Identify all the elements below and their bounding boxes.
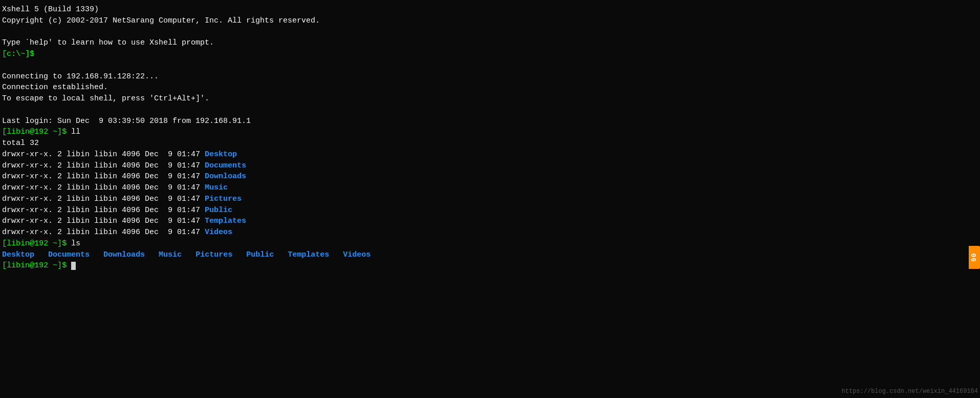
prompt-libin-final: [libin@192 ~]$ [2,261,67,270]
help-hint-line: Type `help' to learn how to use Xshell p… [2,37,978,49]
dir-music-name: Music [205,183,228,192]
dir-public-prefix: drwxr-xr-x. 2 libin libin 4096 Dec 9 01:… [2,206,205,215]
dir-templates-name: Templates [205,217,246,225]
ls-desktop: Desktop [2,250,34,259]
dir-downloads-prefix: drwxr-xr-x. 2 libin libin 4096 Dec 9 01:… [2,172,205,181]
total-line: total 32 [2,138,978,149]
dir-documents-line: drwxr-xr-x. 2 libin libin 4096 Dec 9 01:… [2,160,978,172]
ls-output-line: Desktop Documents Downloads Music Pictur… [2,249,978,261]
dir-templates-line: drwxr-xr-x. 2 libin libin 4096 Dec 9 01:… [2,216,978,227]
ls-sep2 [90,250,103,259]
dir-videos-prefix: drwxr-xr-x. 2 libin libin 4096 Dec 9 01:… [2,228,205,237]
ls-sep1 [34,250,48,259]
dir-videos-line: drwxr-xr-x. 2 libin libin 4096 Dec 9 01:… [2,227,978,238]
dir-music-prefix: drwxr-xr-x. 2 libin libin 4096 Dec 9 01:… [2,183,205,192]
ls-documents: Documents [48,250,90,259]
established-line: Connection established. [2,82,978,93]
title-line: Xshell 5 (Build 1339) [2,4,978,15]
side-badge: 90 [969,246,980,269]
ls-public: Public [246,250,274,259]
dir-downloads-name: Downloads [205,172,246,181]
dir-desktop-line: drwxr-xr-x. 2 libin libin 4096 Dec 9 01:… [2,149,978,160]
cmd-ls-text: ls [67,239,80,248]
watermark: https://blog.csdn.net/weixin_44169164 [842,387,978,396]
dir-desktop-prefix: drwxr-xr-x. 2 libin libin 4096 Dec 9 01:… [2,150,205,159]
dir-downloads-line: drwxr-xr-x. 2 libin libin 4096 Dec 9 01:… [2,171,978,182]
last-login-line: Last login: Sun Dec 9 03:39:50 2018 from… [2,116,978,127]
ls-videos: Videos [343,250,371,259]
prompt-libin-ll: [libin@192 ~]$ [2,128,67,136]
final-prompt-line[interactable]: [libin@192 ~]$ [2,260,978,271]
dir-public-line: drwxr-xr-x. 2 libin libin 4096 Dec 9 01:… [2,205,978,216]
ls-sep6 [274,250,288,259]
blank-line-2 [2,60,978,71]
dir-pictures-prefix: drwxr-xr-x. 2 libin libin 4096 Dec 9 01:… [2,195,205,203]
dir-documents-name: Documents [205,161,246,170]
ls-sep7 [329,250,343,259]
ls-sep4 [182,250,195,259]
cmd-ls-line: [libin@192 ~]$ ls [2,238,978,249]
dir-documents-prefix: drwxr-xr-x. 2 libin libin 4096 Dec 9 01:… [2,161,205,170]
terminal: Xshell 5 (Build 1339) Copyright (c) 2002… [0,0,980,398]
cmd-ll-text: ll [67,128,80,136]
dir-pictures-line: drwxr-xr-x. 2 libin libin 4096 Dec 9 01:… [2,194,978,205]
ls-pictures: Pictures [195,250,232,259]
cursor[interactable] [71,262,76,270]
connecting-line: Connecting to 192.168.91.128:22... [2,71,978,82]
escape-hint-line: To escape to local shell, press 'Ctrl+Al… [2,93,978,104]
ls-downloads: Downloads [103,250,145,259]
dir-videos-name: Videos [205,228,232,237]
blank-line-1 [2,27,978,38]
dir-public-name: Public [205,206,232,215]
cmd-ll-line: [libin@192 ~]$ ll [2,127,978,138]
dir-music-line: drwxr-xr-x. 2 libin libin 4096 Dec 9 01:… [2,182,978,194]
prompt-libin-ls: [libin@192 ~]$ [2,239,67,248]
ls-sep5 [232,250,246,259]
dir-templates-prefix: drwxr-xr-x. 2 libin libin 4096 Dec 9 01:… [2,217,205,225]
ls-music: Music [159,250,182,259]
final-prompt-space [67,261,71,270]
copyright-line: Copyright (c) 2002-2017 NetSarang Comput… [2,15,978,27]
local-prompt-text: [c:\~]$ [2,50,34,58]
ls-sep3 [145,250,159,259]
local-prompt-line: [c:\~]$ [2,49,978,60]
blank-line-3 [2,104,978,116]
ls-templates: Templates [288,250,329,259]
dir-pictures-name: Pictures [205,195,242,203]
dir-desktop-name: Desktop [205,150,237,159]
